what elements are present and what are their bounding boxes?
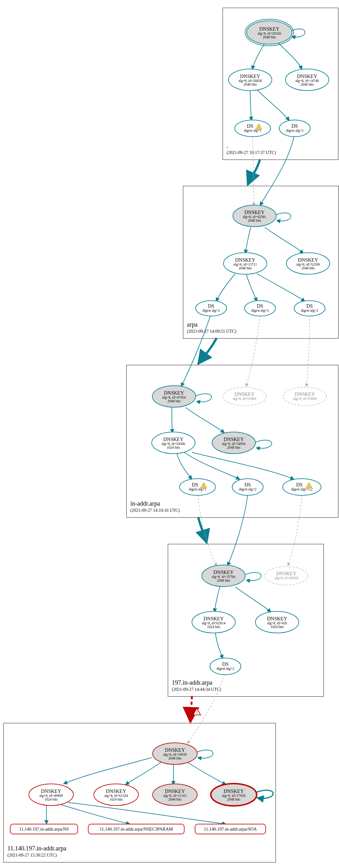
edge-arpa-k2-ds2 [246,274,257,302]
svg-text:2048 bits: 2048 bits [244,83,257,86]
edge-root-ds2-arpak1 [260,136,294,206]
svg-text:2048 bits: 2048 bits [227,798,241,801]
svg-text:digest alg=2: digest alg=2 [286,129,304,133]
edge-root-k1-k2 [252,43,265,69]
node-197-dnskey-62814: DNSKEY alg=8, id=62814 1024 bits [192,611,235,633]
edge-arpa-ds2-iagk1 [246,315,260,386]
edge-11-k5-self [256,790,273,798]
svg-text:11.140.197.in-addr.arpa/SOA: 11.140.197.in-addr.arpa/SOA [204,827,257,832]
node-11-dnskey-11101: DNSKEY alg=8, id=11101 2048 bits [152,784,197,806]
edge-zone-inaddr-to-197 [198,517,207,543]
node-inaddr-dnskey-54956: DNSKEY alg=8, id=54956 2048 bits [212,432,255,454]
svg-text:DNSKEY: DNSKEY [245,210,265,215]
svg-text:1024 bits: 1024 bits [271,625,284,629]
svg-text:DNSKEY: DNSKEY [235,392,255,397]
edge-11-k1-k2 [63,757,152,784]
node-11-rr-soa: 11.140.197.in-addr.arpa/SOA [195,824,265,834]
node-inaddr-dnskey-53696-ghost: DNSKEY alg=8, id=53696 [283,387,327,406]
svg-text:DNSKEY: DNSKEY [41,788,61,794]
node-root-dnskey-20326: DNSKEY alg=8, id=20326 2048 bits [245,19,293,46]
edge-ia-ds2-197k1 [228,495,248,566]
edge-11-k1-self [197,750,213,758]
node-arpa-dnskey-52399: DNSKEY alg=8, id=52399 2048 bits [286,253,330,274]
svg-text:DNSKEY: DNSKEY [214,569,234,575]
svg-text:DNSKEY: DNSKEY [298,257,318,262]
svg-text:DNSKEY: DNSKEY [224,788,244,794]
svg-text:11.140.197.in-addr.arpa/NS: 11.140.197.in-addr.arpa/NS [19,827,69,832]
edge-ia-k2-ds2 [184,453,240,479]
svg-text:DS: DS [257,303,263,309]
svg-text:DNSKEY: DNSKEY [165,747,185,753]
edge-ia-k2-ds3 [192,453,294,479]
svg-text:DNSKEY: DNSKEY [164,390,184,396]
svg-text:DNSKEY: DNSKEY [297,73,317,79]
edge-11-k2-r2 [59,804,130,824]
node-11-rr-nsec3param: 11.140.197.in-addr.arpa/NSEC3PARAM [88,824,184,834]
node-arpa-dnskey-42581: DNSKEY alg=8, id=42581 2048 bits [233,205,276,227]
node-11-rr-ns: 11.140.197.in-addr.arpa/NS [10,824,78,834]
svg-text:DNSKEY: DNSKEY [164,437,183,442]
node-11-dnskey-10939: DNSKEY alg=8, id=10939 2048 bits [152,743,197,765]
svg-text:DS: DS [292,123,298,129]
svg-text:DS: DS [245,482,251,487]
svg-text:1024 bits: 1024 bits [167,445,180,449]
svg-text:digest alg=2: digest alg=2 [217,667,234,671]
svg-text:digest alg=2: digest alg=2 [251,309,269,313]
edge-11-k2-r3 [68,802,226,824]
svg-text:2048 bits: 2048 bits [168,399,181,403]
svg-text:1024 bits: 1024 bits [110,798,123,801]
svg-text:DNSKEY: DNSKEY [295,392,315,397]
svg-text:DNSKEY: DNSKEY [235,257,255,262]
svg-text:DNSKEY: DNSKEY [277,571,296,576]
node-197-dnskey-60569-ghost: DNSKEY alg=8, id=60569 [265,566,308,585]
edge-arpa-k2-ds1 [216,274,235,302]
svg-text:DNSKEY: DNSKEY [259,26,280,32]
svg-text:2048 bits: 2048 bits [302,266,315,270]
svg-text:11.140.197.in-addr.arpa/NSEC3P: 11.140.197.in-addr.arpa/NSEC3PARAM [100,827,173,832]
svg-text:2048 bits: 2048 bits [301,83,314,86]
edge-arpa-k1-self [276,213,291,221]
node-inaddr-dnskey-54586: DNSKEY alg=8, id=54586 1024 bits [152,432,195,454]
svg-text:DNSKEY: DNSKEY [267,616,287,621]
node-11-dnskey-17059: DNSKEY alg=8, id=17059 2048 bits [211,783,257,806]
svg-text:DNSKEY: DNSKEY [240,73,260,79]
edge-ia-ds1-197k1 [198,495,217,566]
node-inaddr-dnskey-63982-ghost: DNSKEY alg=8, id=63982 [223,387,266,406]
edge-197-k1-k2 [215,587,220,612]
svg-text:!: ! [258,125,259,130]
node-inaddr-dnskey-47054: DNSKEY alg=8, id=47054 2048 bits [152,385,196,407]
svg-text:1024 bits: 1024 bits [207,625,220,629]
edge-arpa-k1-k3 [265,227,303,254]
edge-zone-197-to-11-broken [190,696,192,722]
svg-text:alg=8, id=60569: alg=8, id=60569 [275,576,298,580]
svg-text:DNSKEY: DNSKEY [106,788,126,794]
edge-root-k2-ds2 [257,90,289,121]
node-root-ds-alg2: DS digest alg=2 [279,120,310,137]
svg-text:alg=8, id=53696: alg=8, id=53696 [293,397,317,401]
svg-text:!: ! [196,710,198,715]
svg-text:1024 bits: 1024 bits [45,798,58,801]
svg-text:!: ! [308,484,310,488]
edge-arpa-ds3-iagk2 [307,315,310,386]
node-root-ds-alg1: DS digest alg=1 [235,120,271,137]
svg-text:DNSKEY: DNSKEY [204,616,224,621]
node-inaddr-ds-1: DS digest alg=1 [179,479,216,495]
svg-text:digest alg=2: digest alg=2 [301,309,318,313]
svg-text:!: ! [203,484,204,488]
node-11-dnskey-49999: DNSKEY alg=8, id=49999 1024 bits [29,784,74,806]
node-arpa-ds-1: DS digest alg=2 [196,301,227,316]
node-inaddr-ds-2: DS digest alg=2 [232,479,263,495]
node-arpa-dnskey-13711: DNSKEY alg=8, id=13711 2048 bits [224,253,267,274]
node-197-dnskey-35764: DNSKEY alg=8, id=35764 2048 bits [202,565,245,587]
svg-text:DS: DS [192,482,198,487]
svg-text:2048 bits: 2048 bits [248,219,261,222]
node-11-dnskey-61524: DNSKEY alg=8, id=61524 1024 bits [94,784,138,806]
svg-text:2048 bits: 2048 bits [168,798,182,801]
warn-icon-broken-arrow: ! [193,708,201,715]
edge-root-ds1-arpak1 [253,136,254,206]
svg-text:2048 bits: 2048 bits [263,35,276,39]
svg-text:2048 bits: 2048 bits [239,266,252,270]
edge-ia-k2-ds1 [176,453,192,479]
edge-zone-root-to-arpa [248,159,260,185]
svg-text:digest alg=2: digest alg=2 [239,487,257,491]
